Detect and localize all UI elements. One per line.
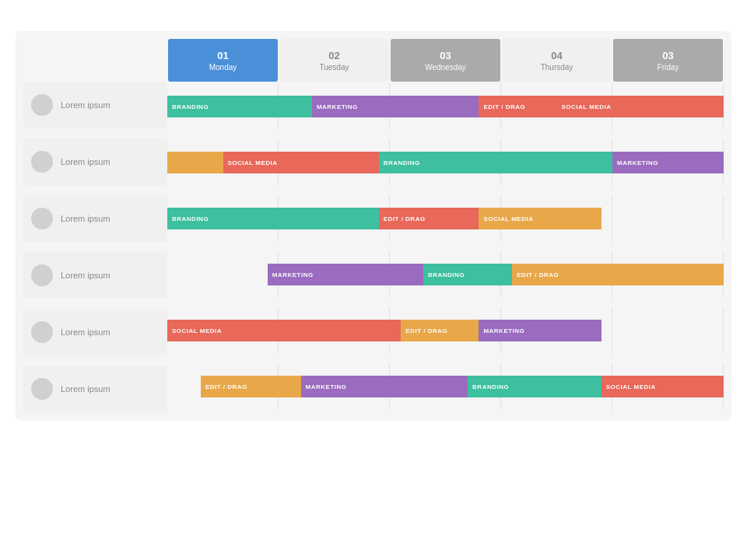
row-label-2: Lorem ipsum bbox=[23, 195, 167, 242]
bar-segment-3-0[interactable] bbox=[167, 264, 268, 285]
avatar-2 bbox=[31, 208, 53, 229]
bars-area-1: SOCIAL MEDIABRANDINGMARKETING bbox=[167, 139, 724, 186]
bar-segment-2-3[interactable] bbox=[601, 208, 724, 229]
bars-row-2: BRANDINGEDIT / DRAGSOCIAL MEDIA bbox=[167, 208, 724, 229]
bar-segment-2-2[interactable]: SOCIAL MEDIA bbox=[479, 208, 601, 229]
bar-segment-5-0[interactable] bbox=[167, 376, 201, 397]
label-text-2: Lorem ipsum bbox=[61, 214, 110, 223]
avatar-1 bbox=[31, 151, 53, 173]
bars-area-3: MARKETINGBRANDINGEDIT / DRAG bbox=[167, 251, 724, 298]
bar-segment-5-3[interactable]: BRANDING bbox=[468, 376, 601, 397]
bar-segment-2-0[interactable]: BRANDING bbox=[167, 208, 379, 229]
bars-row-5: EDIT / DRAGMARKETINGBRANDINGSOCIAL MEDIA bbox=[167, 376, 724, 397]
right-column: 01Monday02Tuesday03Wednesday04Thursday03… bbox=[167, 39, 724, 413]
bars-content: BRANDINGMARKETINGEDIT / DRAGSOCIAL MEDIA… bbox=[167, 83, 724, 410]
avatar-3 bbox=[31, 264, 53, 286]
bars-row-3: MARKETINGBRANDINGEDIT / DRAG bbox=[167, 264, 724, 285]
bar-segment-1-4[interactable]: MARKETING bbox=[612, 152, 724, 173]
bar-segment-4-0[interactable]: SOCIAL MEDIA bbox=[167, 320, 401, 341]
label-text-0: Lorem ipsum bbox=[61, 100, 110, 110]
day-header-friday: 03Friday bbox=[613, 39, 723, 82]
day-header-thursday: 04Thursday bbox=[502, 39, 612, 82]
bars-area-5: EDIT / DRAGMARKETINGBRANDINGSOCIAL MEDIA bbox=[167, 363, 724, 410]
bar-segment-1-1[interactable]: SOCIAL MEDIA bbox=[223, 152, 379, 173]
bar-segment-1-0[interactable] bbox=[167, 152, 223, 173]
row-label-3: Lorem ipsum bbox=[23, 252, 167, 299]
row-label-4: Lorem ipsum bbox=[23, 309, 167, 355]
bars-area-4: SOCIAL MEDIAEDIT / DRAGMARKETING bbox=[167, 307, 724, 354]
calendar-container: Lorem ipsum Lorem ipsum Lorem ipsum Lore… bbox=[16, 31, 731, 421]
bar-segment-5-4[interactable]: SOCIAL MEDIA bbox=[601, 376, 724, 397]
bar-segment-0-3[interactable]: SOCIAL MEDIA bbox=[556, 96, 724, 117]
bars-row-0: BRANDINGMARKETINGEDIT / DRAGSOCIAL MEDIA bbox=[167, 96, 724, 117]
bars-area-2: BRANDINGEDIT / DRAGSOCIAL MEDIA bbox=[167, 195, 724, 242]
day-header-tuesday: 02Tuesday bbox=[279, 39, 389, 82]
bar-segment-1-2[interactable]: BRANDING bbox=[379, 152, 535, 173]
bar-segment-1-3[interactable] bbox=[535, 152, 612, 173]
bar-segment-4-2[interactable]: MARKETING bbox=[479, 320, 601, 341]
bar-segment-3-2[interactable]: BRANDING bbox=[423, 264, 512, 285]
avatar-0 bbox=[31, 94, 53, 116]
row-label-1: Lorem ipsum bbox=[23, 138, 167, 185]
bars-row-1: SOCIAL MEDIABRANDINGMARKETING bbox=[167, 152, 724, 173]
header-row: 01Monday02Tuesday03Wednesday04Thursday03… bbox=[167, 39, 724, 82]
label-text-4: Lorem ipsum bbox=[61, 327, 110, 337]
row-label-0: Lorem ipsum bbox=[23, 82, 167, 128]
row-label-5: Lorem ipsum bbox=[23, 366, 167, 412]
bar-segment-0-2[interactable]: EDIT / DRAG bbox=[479, 96, 556, 117]
calendar-grid: Lorem ipsum Lorem ipsum Lorem ipsum Lore… bbox=[23, 39, 724, 413]
day-header-monday: 01Monday bbox=[168, 39, 278, 82]
bar-segment-0-0[interactable]: BRANDING bbox=[167, 96, 312, 117]
bars-area-0: BRANDINGMARKETINGEDIT / DRAGSOCIAL MEDIA bbox=[167, 83, 724, 130]
left-column: Lorem ipsum Lorem ipsum Lorem ipsum Lore… bbox=[23, 39, 167, 413]
bar-segment-4-3[interactable] bbox=[601, 320, 724, 341]
avatar-5 bbox=[31, 378, 53, 400]
label-text-5: Lorem ipsum bbox=[61, 384, 110, 394]
bars-row-4: SOCIAL MEDIAEDIT / DRAGMARKETING bbox=[167, 320, 724, 341]
bar-segment-4-1[interactable]: EDIT / DRAG bbox=[401, 320, 479, 341]
avatar-4 bbox=[31, 321, 53, 343]
label-text-3: Lorem ipsum bbox=[61, 271, 110, 280]
day-header-wednesday: 03Wednesday bbox=[391, 39, 500, 82]
bar-segment-2-1[interactable]: EDIT / DRAG bbox=[379, 208, 479, 229]
bar-segment-0-1[interactable]: MARKETING bbox=[312, 96, 479, 117]
label-text-1: Lorem ipsum bbox=[61, 157, 110, 166]
bar-segment-3-1[interactable]: MARKETING bbox=[268, 264, 423, 285]
bar-segment-3-3[interactable]: EDIT / DRAG bbox=[512, 264, 724, 285]
bar-segment-5-2[interactable]: MARKETING bbox=[301, 376, 468, 397]
bar-segment-5-1[interactable]: EDIT / DRAG bbox=[201, 376, 301, 397]
